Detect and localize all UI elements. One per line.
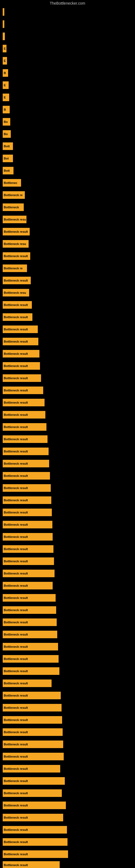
bar-label: Bo (4, 132, 8, 135)
bar-label: E (4, 59, 6, 62)
bar-label: Bottleneck resu (4, 291, 26, 294)
bar-label: Bottleneck result (4, 731, 28, 734)
bar-item: B (3, 69, 8, 77)
bar-label: Bottleneck result (4, 523, 28, 526)
bar-item: Bottleneck result (3, 753, 64, 760)
bar-label: Bottleneck result (4, 609, 28, 612)
bar-label: Bottleneck result (4, 413, 28, 416)
bar-item: Bottleneck result (3, 618, 57, 626)
bar-item: Bottleneck result (3, 508, 52, 516)
bar-item: Bottleneck result (3, 362, 40, 370)
bar-label: Bottleneck result (4, 645, 28, 648)
bar-item: Bottleneck result (3, 423, 46, 431)
bar-label: Bottleneck result (4, 425, 28, 429)
bar-item: Bot (3, 155, 13, 162)
bar-item: Bottleneck result (3, 582, 53, 589)
bar-label: Bottleneck result (4, 682, 28, 685)
bar-label: Bottleneck result (4, 596, 28, 599)
bar-label: Bottleneck re (4, 267, 23, 270)
bar-label: Bottleneck result (4, 621, 28, 624)
bar-item: Bottleneck result (3, 643, 58, 650)
bar-label: Bot (4, 157, 9, 160)
bar-item: Bottleneck result (3, 802, 66, 809)
bar-item: Bottleneck re (3, 265, 27, 272)
bar-item (3, 8, 4, 16)
bar-label: E (4, 84, 6, 87)
bar-label: Bottleneck result (4, 401, 28, 404)
bar-label: Bottleneck result (4, 670, 28, 673)
bar-item: Bottleneck result (3, 313, 32, 321)
bar-label: Bottleneck result (4, 303, 28, 307)
bar-label: Bottleneck result (4, 437, 28, 441)
bar-item: Bottleneck result (3, 850, 68, 858)
bar-item: Bottleneck result (3, 655, 58, 663)
bar-label: Bottleneck result (4, 486, 28, 490)
bar-item: Bottleneck resu (3, 240, 29, 248)
bar-label: Bottleneck result (4, 376, 28, 380)
bar-label: Bottleneck result (4, 852, 28, 856)
bar-label: Bottleneck result (4, 804, 28, 807)
bar-label: Bottlenec (4, 181, 17, 184)
bar-item: Bottleneck result (3, 472, 50, 479)
bar-label: Bottleneck result (4, 755, 28, 758)
bar-item: Bottleneck result (3, 704, 61, 712)
bar-item: E (3, 45, 6, 52)
bar-label: Bottleneck result (4, 792, 28, 795)
bar-label: Bottleneck resu (4, 242, 26, 246)
bar-label: Bottleneck result (4, 584, 28, 587)
bar-item: Bottleneck result (3, 399, 45, 406)
bar-item (3, 20, 4, 28)
bar-item: Bottleneck result (3, 861, 60, 868)
bar-item: Bottleneck result (3, 374, 41, 382)
bar-item: Bottlenec (3, 179, 21, 187)
bar-label: Bottleneck result (4, 340, 28, 343)
bar-label: Bottleneck result (4, 718, 28, 721)
bar-item: Bottleneck result (3, 301, 32, 309)
bar-label: Bottleneck result (4, 450, 28, 453)
bar-label: Bottleneck result (4, 816, 28, 819)
bar-item: Bottleneck result (3, 631, 57, 638)
bar-item: Bottleneck result (3, 814, 63, 822)
bar-label: Bottleneck result (4, 352, 28, 355)
bar-item (3, 33, 5, 40)
bar-label: Bottleneck result (4, 706, 28, 709)
bar-item: Bottleneck result (3, 826, 67, 834)
bar-item: Bottleneck result (3, 594, 56, 601)
bar-label: Bottleneck result (4, 474, 28, 477)
bar-item: Bottleneck result (3, 533, 53, 540)
bar-item: Bottleneck result (3, 728, 63, 736)
bar-label: Bottleneck result (4, 572, 28, 575)
bar-item: Bottleneck result (3, 350, 39, 358)
bar-item: Bottleneck (3, 204, 24, 211)
bar-item: Bottleneck result (3, 521, 52, 528)
bar-item: Bottleneck result (3, 326, 38, 333)
bar-label: Bottleneck result (4, 547, 28, 551)
bar-item: Bottleneck result (3, 838, 68, 846)
bar-item: Bottleneck result (3, 386, 43, 394)
bar-item: Bott (3, 167, 13, 175)
bar-item: Bottleneck result (3, 460, 49, 467)
bar-label: Bottleneck result (4, 863, 28, 867)
bar-label: Bottleneck result (4, 364, 28, 368)
bar-item: Bottleneck result (3, 496, 51, 504)
bar-label: Bottleneck result (4, 657, 28, 660)
bar-label: Bottleneck result (4, 389, 28, 392)
bar-item: Bo (3, 118, 10, 126)
bar-item: Bottleneck result (3, 680, 52, 687)
bar-label: B (4, 108, 6, 111)
bar-item: Bottleneck result (3, 569, 54, 577)
bar-item: Bott (3, 143, 13, 150)
bar-label: Bott (4, 169, 10, 172)
bar-label: Bottleneck (4, 206, 19, 209)
bar-item: Bottleneck result (3, 777, 65, 785)
bar-item: Bottleneck result (3, 277, 31, 284)
bar-item: Bottleneck result (3, 667, 59, 675)
bar-label: Bottleneck result (4, 328, 28, 331)
bar-label: Bottleneck result (4, 535, 28, 538)
bar-item: Bottleneck result (3, 557, 54, 565)
bar-item: Bottleneck result (3, 447, 49, 455)
bar-item: E (3, 94, 9, 101)
bar-item: Bottleneck result (3, 252, 30, 260)
bar-label: Bottleneck result (4, 743, 28, 746)
bar-item: E (3, 82, 9, 89)
